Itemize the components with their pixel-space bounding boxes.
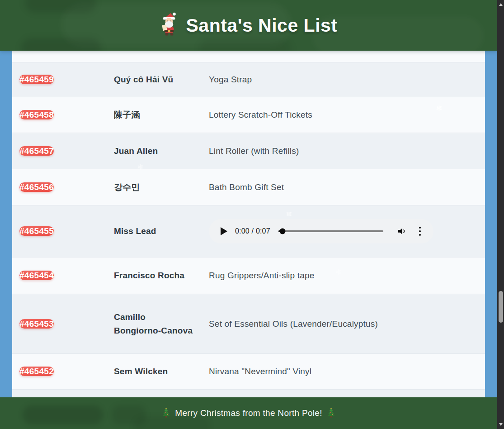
gift-cell: Lottery Scratch-Off Tickets <box>209 110 478 120</box>
name-cell: 강수민 <box>114 181 194 194</box>
id-badge: #465456 <box>19 182 54 192</box>
christmas-tree-icon <box>162 407 170 419</box>
santa-icon <box>160 12 179 38</box>
header-blur-decoration <box>199 39 292 51</box>
gift-cell: Nirvana "Nevermind" Vinyl <box>209 367 478 377</box>
seek-slider[interactable] <box>278 230 383 232</box>
header-blur-decoration <box>312 16 484 51</box>
footer-message: Merry Christmas from the North Pole! <box>175 408 322 418</box>
table-row-partial <box>12 390 485 397</box>
table-row: #465452 Sem Wilcken Nirvana "Nevermind" … <box>12 354 485 390</box>
table-row: #465453 Camillo Bongiorno-Canova Set of … <box>12 294 485 354</box>
christmas-tree-icon <box>327 407 335 419</box>
name-cell: Francisco Rocha <box>114 269 194 282</box>
audio-time: 0:00 / 0:07 <box>235 227 270 235</box>
seek-thumb[interactable] <box>280 229 286 234</box>
header-blur-decoration <box>21 38 101 51</box>
name-cell: Miss Lead <box>114 224 194 238</box>
name-cell: Sem Wilcken <box>114 365 194 378</box>
name-cell: Camillo Bongiorno-Canova <box>114 310 194 338</box>
name-cell: Quý cô Hải Vũ <box>114 73 194 86</box>
id-badge: #465452 <box>19 367 54 376</box>
footer-blur-decoration <box>23 405 103 424</box>
id-badge: #465454 <box>19 271 54 280</box>
page-title: Santa's Nice List <box>186 15 338 36</box>
name-cell: Juan Allen <box>114 144 194 158</box>
table-row: #465454 Francisco Rocha Rug Grippers/Ant… <box>12 257 485 294</box>
id-badge: #465458 <box>19 110 54 119</box>
table-row: #465455 Miss Lead 0:00 / 0:07 <box>12 205 485 257</box>
gift-cell: Yoga Strap <box>209 75 478 85</box>
table-row: #465459 Quý cô Hải Vũ Yoga Strap <box>12 62 485 97</box>
app-header: Santa's Nice List <box>0 0 497 51</box>
play-icon[interactable] <box>221 227 227 235</box>
name-cell: 陳子涵 <box>114 108 194 122</box>
gift-cell: Lint Roller (with Refills) <box>209 146 478 156</box>
nice-list-table: #465459 Quý cô Hải Vũ Yoga Strap #465458… <box>12 51 485 397</box>
id-badge: #465457 <box>19 146 54 156</box>
app-footer: Merry Christmas from the North Pole! <box>0 397 497 429</box>
gift-cell: Bath Bomb Gift Set <box>209 182 478 192</box>
scrollbar-thumb[interactable] <box>499 291 503 323</box>
footer-blur-decoration <box>133 416 210 429</box>
table-row-partial <box>12 51 485 62</box>
scroll-down-icon[interactable] <box>497 421 504 428</box>
gift-cell: Set of Essential Oils (Lavender/Eucalypt… <box>209 319 478 329</box>
table-row: #465457 Juan Allen Lint Roller (with Ref… <box>12 133 485 169</box>
audio-player[interactable]: 0:00 / 0:07 <box>209 219 433 243</box>
overflow-menu-icon[interactable] <box>418 226 422 237</box>
table-row: #465456 강수민 Bath Bomb Gift Set <box>12 169 485 205</box>
volume-icon[interactable] <box>397 226 407 236</box>
id-badge: #465455 <box>19 226 54 236</box>
vertical-scrollbar[interactable] <box>497 0 504 429</box>
gift-cell: Rug Grippers/Anti-slip tape <box>209 271 478 281</box>
scroll-up-icon[interactable] <box>497 1 504 8</box>
table-row: #465458 陳子涵 Lottery Scratch-Off Tickets <box>12 97 485 133</box>
header-blur-decoration <box>25 0 96 13</box>
id-badge: #465459 <box>19 75 54 84</box>
id-badge: #465453 <box>19 319 54 329</box>
